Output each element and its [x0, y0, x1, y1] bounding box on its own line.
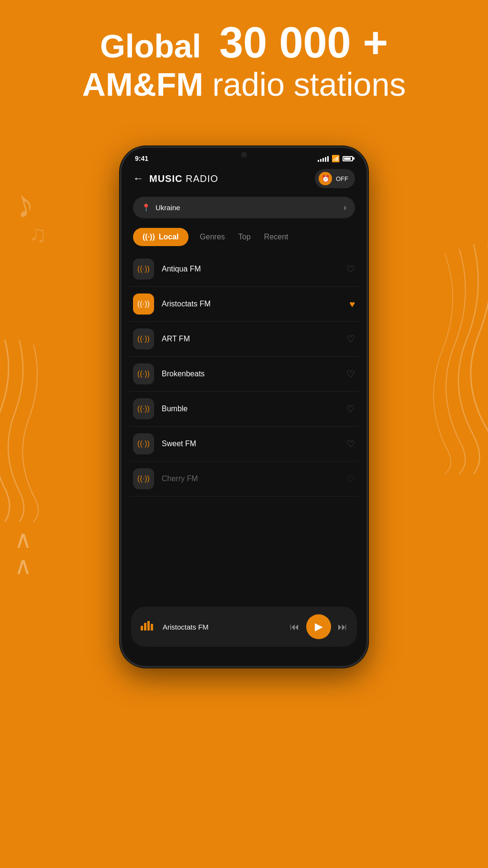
svg-rect-1 [144, 623, 146, 631]
amfm-label: AM&FM [82, 66, 203, 102]
status-icons: 📶 [318, 155, 353, 162]
tab-top[interactable]: Top [236, 228, 253, 246]
svg-rect-3 [151, 624, 153, 631]
radio-stations-label: radio stations [212, 66, 406, 102]
station-icon-active: ((·)) [133, 293, 154, 315]
station-icon: ((·)) [133, 433, 154, 454]
favorite-icon[interactable]: ♡ [346, 438, 355, 450]
location-arrow-icon: › [344, 203, 346, 213]
location-pin-icon: 📍 [142, 203, 151, 212]
station-count: 30 000 + [219, 19, 388, 67]
favorite-icon[interactable]: ♡ [346, 333, 355, 345]
player-station-name: Aristoctats FM [163, 623, 283, 631]
bottom-player: Aristoctats FM ⏮ ▶ ⏭ [131, 607, 357, 647]
svg-rect-2 [147, 621, 150, 631]
prev-button[interactable]: ⏮ [290, 621, 299, 632]
wave-decoration-right [411, 239, 488, 479]
alarm-icon: ⏰ [319, 172, 332, 185]
station-name: Bumble [162, 405, 346, 413]
favorite-icon[interactable]: ♡ [346, 368, 355, 380]
station-name: Aristoctats FM [162, 300, 349, 308]
location-left: 📍 Ukraine [142, 203, 180, 212]
station-name: Sweet FM [162, 440, 346, 448]
station-icon: ((·)) [133, 259, 154, 280]
station-name: Antiqua FM [162, 265, 346, 273]
header-section: Global 30 000 + AM&FM radio stations [0, 19, 488, 102]
wifi-icon: 📶 [332, 155, 340, 162]
tab-recent[interactable]: Recent [262, 228, 290, 246]
station-item[interactable]: ((·)) Bumble ♡ [129, 392, 359, 427]
station-name: Brokenbeats [162, 370, 346, 378]
station-item[interactable]: ((·)) Cherry FM ♡ [129, 462, 359, 496]
station-icon: ((·)) [133, 328, 154, 349]
location-bar[interactable]: 📍 Ukraine › [133, 197, 355, 218]
toggle-label: OFF [336, 175, 348, 182]
battery-icon [343, 156, 353, 161]
station-icon: ((·)) [133, 363, 154, 384]
app-title: MUSIC RADIO [149, 173, 218, 184]
location-name: Ukraine [155, 203, 180, 212]
play-button[interactable]: ▶ [306, 614, 331, 639]
favorite-icon-filled[interactable]: ♥ [349, 299, 355, 310]
equalizer-icon [141, 620, 154, 633]
tab-local[interactable]: ((·)) Local [133, 228, 189, 246]
favorite-icon[interactable]: ♡ [346, 473, 355, 485]
app-header: ← MUSIC RADIO ⏰ OFF [122, 164, 366, 193]
tabs-row: ((·)) Local Genres Top Recent [122, 222, 366, 252]
tab-local-label: Local [159, 233, 179, 241]
time-display: 9:41 [135, 155, 148, 162]
app-title-bold: MUSIC [149, 173, 182, 184]
wave-decoration-left [0, 335, 67, 527]
play-icon: ▶ [315, 620, 323, 633]
station-icon: ((·)) [133, 398, 154, 419]
headline-line2: AM&FM radio stations [19, 67, 469, 102]
station-item[interactable]: ((·)) Brokenbeats ♡ [129, 357, 359, 392]
chevron-up-icon: ∧∧ [14, 527, 32, 579]
phone-notch [215, 148, 273, 161]
phone-mockup: 9:41 📶 ← MUSIC RADIO [120, 146, 368, 668]
app-title-light: RADIO [182, 173, 218, 184]
station-item[interactable]: ((·)) Antiqua FM ♡ [129, 252, 359, 287]
favorite-icon[interactable]: ♡ [346, 403, 355, 415]
next-button[interactable]: ⏭ [338, 621, 347, 632]
station-name: Cherry FM [162, 474, 346, 483]
station-list: ((·)) Antiqua FM ♡ ((·)) Aristoctats FM … [122, 252, 366, 496]
favorite-icon[interactable]: ♡ [346, 263, 355, 275]
toggle-button[interactable]: ⏰ OFF [315, 169, 355, 188]
station-icon: ((·)) [133, 468, 154, 489]
phone-screen: 9:41 📶 ← MUSIC RADIO [120, 146, 368, 668]
back-button[interactable]: ← [133, 172, 144, 185]
svg-rect-0 [141, 626, 143, 631]
header-left: ← MUSIC RADIO [133, 172, 218, 185]
station-item[interactable]: ((·)) Aristoctats FM ♥ [129, 287, 359, 322]
station-name: ART FM [162, 335, 346, 343]
headline-line1: Global 30 000 + [19, 19, 469, 67]
front-camera [241, 152, 247, 158]
music-note2-icon: ♫ [29, 220, 47, 248]
tab-genres[interactable]: Genres [198, 228, 227, 246]
signal-icon [318, 155, 329, 162]
station-item[interactable]: ((·)) ART FM ♡ [129, 322, 359, 357]
station-item[interactable]: ((·)) Sweet FM ♡ [129, 427, 359, 462]
radio-wave-icon: ((·)) [143, 233, 155, 241]
global-label: Global [100, 28, 201, 64]
